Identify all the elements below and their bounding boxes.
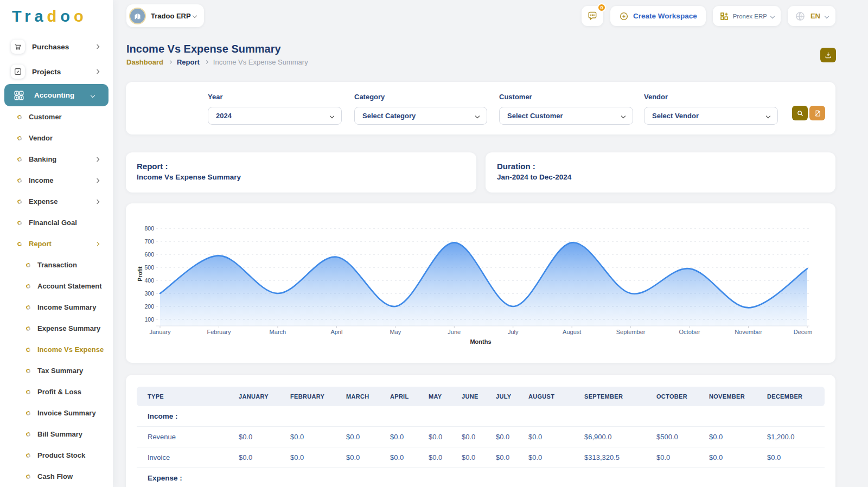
row-value-cell: $0.0 [458, 447, 493, 468]
sidebar-item-income-vs-expense[interactable]: Income Vs Expense [0, 339, 113, 360]
bullet-icon [25, 432, 31, 437]
svg-text:April: April [330, 329, 342, 335]
row-value-cell: $0.0 [653, 447, 706, 468]
sidebar-item-cash-flow[interactable]: Cash Flow [0, 466, 113, 487]
sidebar-item-purchases[interactable]: Purchases [0, 34, 113, 59]
breadcrumb-item[interactable]: Dashboard [126, 58, 163, 66]
brand-logo[interactable]: Tradoo [0, 0, 113, 25]
category-select[interactable]: Select Category [354, 107, 487, 125]
sidebar-item-bill-summary[interactable]: Bill Summary [0, 424, 113, 445]
brand-letter: o [60, 8, 74, 25]
svg-text:September: September [616, 329, 646, 335]
profit-chart-card: 800700600500400300200100JanuaryFebruaryM… [126, 203, 835, 363]
brand-letter: a [34, 8, 47, 25]
row-value-cell: $0.0 [706, 447, 764, 468]
table-column-header: AUGUST [525, 387, 581, 406]
sidebar-item-vendor[interactable]: Vendor [0, 127, 113, 149]
svg-text:May: May [390, 329, 401, 335]
report-label: Report : [137, 162, 465, 171]
table-column-header: MAY [425, 387, 458, 406]
chevron-right-icon [205, 60, 208, 64]
chevron-right-icon [95, 44, 99, 49]
sidebar-item-label: Bill Summary [37, 430, 82, 438]
table-row: Revenue$0.0$0.0$0.0$0.0$0.0$0.0$0.0$0.0$… [137, 427, 825, 447]
report-value: Income Vs Expense Summary [137, 173, 465, 181]
breadcrumb-item[interactable]: Report [177, 58, 200, 66]
svg-text:January: January [149, 329, 171, 335]
sidebar-item-income-summary[interactable]: Income Summary [0, 297, 113, 318]
row-type-cell: Revenue [137, 427, 235, 447]
svg-text:December: December [794, 329, 812, 335]
svg-text:February: February [207, 329, 231, 335]
select-value: Select Customer [507, 112, 563, 120]
vendor-select[interactable]: Select Vendor [644, 107, 778, 125]
sidebar-item-label: Projects [32, 68, 61, 76]
brand-letter: T [12, 8, 24, 25]
sidebar-item-expense-summary[interactable]: Expense Summary [0, 318, 113, 339]
chevron-down-icon [766, 113, 770, 118]
sidebar-item-label: Income Summary [37, 303, 96, 311]
sidebar-item-tax-summary[interactable]: Tax Summary [0, 360, 113, 381]
income-expense-table-card: TYPEJANUARYFEBRUARYMARCHAPRILMAYJUNEJULY… [126, 375, 835, 487]
sidebar-item-customer[interactable]: Customer [0, 106, 113, 127]
table-column-header: NOVEMBER [706, 387, 764, 406]
row-value-cell: $6,900.0 [581, 427, 653, 447]
filter-label: Vendor [644, 93, 778, 101]
bullet-icon [25, 411, 31, 416]
sidebar-item-projects[interactable]: Projects [0, 59, 113, 84]
sidebar-item-label: Expense Summary [37, 324, 100, 332]
clear-filters-button[interactable] [809, 106, 825, 120]
bullet-icon [25, 262, 31, 268]
bullet-icon [25, 284, 31, 289]
apply-filters-button[interactable] [792, 106, 808, 120]
row-value-cell: $0.0 [287, 447, 343, 468]
duration-value: Jan-2024 to Dec-2024 [497, 173, 824, 181]
sidebar-item-profit-loss[interactable]: Profit & Loss [0, 381, 113, 402]
sidebar-item-income[interactable]: Income [0, 170, 113, 191]
profit-chart: 800700600500400300200100JanuaryFebruaryM… [137, 219, 812, 341]
table-group-row: Income : [137, 406, 825, 427]
sidebar-item-financial-goal[interactable]: Financial Goal [0, 212, 113, 233]
bullet-icon [25, 453, 31, 458]
bullet-icon [17, 114, 22, 120]
filter-label: Year [208, 93, 342, 101]
download-report-button[interactable] [820, 48, 836, 62]
sidebar-item-label: Expense [29, 197, 58, 206]
row-value-cell: $0.0 [387, 447, 425, 468]
sidebar-item-expense[interactable]: Expense [0, 191, 113, 212]
svg-text:600: 600 [144, 251, 154, 258]
customer-select[interactable]: Select Customer [499, 107, 633, 125]
table-column-header: JULY [493, 387, 525, 406]
income-expense-table: TYPEJANUARYFEBRUARYMARCHAPRILMAYJUNEJULY… [137, 387, 825, 487]
sidebar-item-label: Profit & Loss [37, 388, 81, 396]
sidebar-item-accounting[interactable]: Accounting [4, 84, 108, 106]
sidebar-item-label: Product Stock [37, 451, 85, 459]
sidebar-item-label: Customer [29, 113, 62, 121]
bullet-icon [25, 474, 31, 479]
sidebar-item-account-statement[interactable]: Account Statement [0, 275, 113, 297]
chevron-right-icon [95, 241, 99, 246]
table-column-header: APRIL [387, 387, 425, 406]
svg-text:100: 100 [144, 316, 154, 323]
year-select[interactable]: 2024 [208, 107, 342, 125]
bullet-icon [25, 389, 31, 395]
svg-text:August: August [563, 329, 581, 335]
svg-text:July: July [508, 329, 519, 335]
chevron-right-icon [168, 60, 172, 64]
select-value: Select Category [362, 112, 416, 120]
svg-text:March: March [270, 329, 286, 335]
svg-text:500: 500 [144, 264, 154, 271]
bullet-icon [17, 157, 22, 162]
main-content: Income Vs Expense Summary DashboardRepor… [126, 0, 835, 487]
report-summary-card: Report : Income Vs Expense Summary [126, 152, 476, 193]
chevron-right-icon [95, 178, 99, 182]
chevron-right-icon [95, 199, 99, 203]
sidebar-item-report[interactable]: Report [0, 233, 113, 254]
sidebar-item-transaction[interactable]: Transaction [0, 254, 113, 275]
brand-letter: o [74, 8, 87, 25]
sidebar-item-product-stock[interactable]: Product Stock [0, 445, 113, 466]
sidebar-item-invoice-summary[interactable]: Invoice Summary [0, 402, 113, 424]
filter-category: CategorySelect Category [354, 93, 487, 125]
sidebar-item-banking[interactable]: Banking [0, 149, 113, 170]
row-value-cell: $0.0 [425, 447, 458, 468]
